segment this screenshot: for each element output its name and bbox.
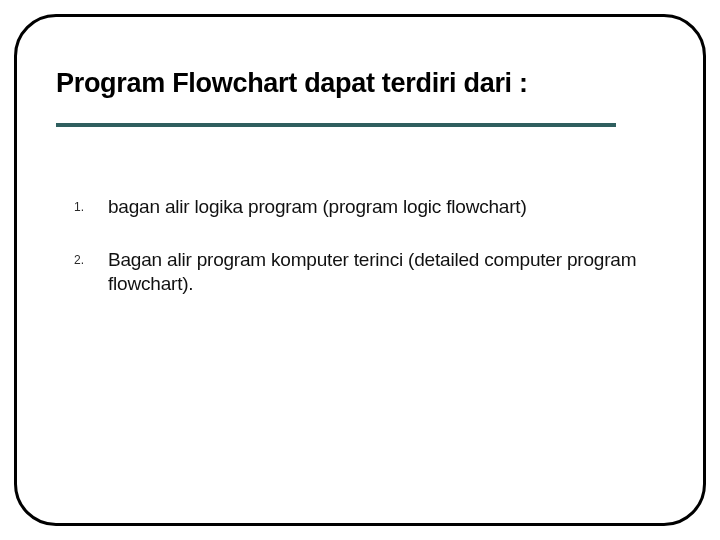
list-item: 2. Bagan alir program komputer terinci (…	[74, 248, 664, 297]
slide-content: Program Flowchart dapat terdiri dari : 1…	[0, 0, 720, 540]
numbered-list: 1. bagan alir logika program (program lo…	[56, 195, 664, 297]
title-divider	[56, 123, 616, 127]
list-item: 1. bagan alir logika program (program lo…	[74, 195, 664, 220]
list-text: Bagan alir program komputer terinci (det…	[108, 248, 664, 297]
list-number: 1.	[74, 195, 108, 214]
slide-title: Program Flowchart dapat terdiri dari :	[56, 68, 664, 99]
list-number: 2.	[74, 248, 108, 267]
list-text: bagan alir logika program (program logic…	[108, 195, 527, 220]
